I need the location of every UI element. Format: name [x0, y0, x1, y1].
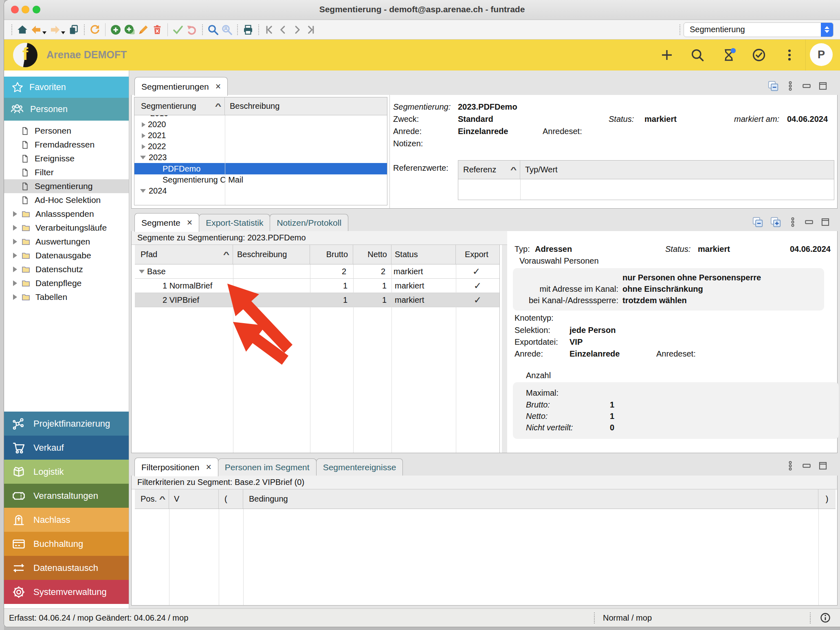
add-global-button[interactable] [660, 48, 674, 62]
zoom-window-button[interactable] [33, 6, 40, 13]
print-button[interactable] [241, 22, 255, 37]
search-button[interactable] [206, 22, 220, 37]
column-v[interactable]: V [169, 489, 219, 509]
minimize-panel-icon[interactable] [804, 217, 814, 227]
expand-triangle-icon[interactable] [142, 144, 145, 149]
edit-button[interactable] [136, 22, 150, 37]
duplicate-window-button[interactable] [67, 22, 81, 37]
column-pfad[interactable]: Pfad^ [135, 245, 233, 264]
tab-segmentierungen[interactable]: Segmentierungen × [134, 77, 228, 96]
minimize-panel-icon[interactable] [801, 81, 812, 91]
forward-button[interactable] [48, 22, 62, 37]
column-close-paren[interactable]: ) [818, 489, 836, 509]
column-open-paren[interactable]: ( [219, 489, 243, 509]
close-tab-icon[interactable]: × [215, 82, 221, 91]
sidebar-module-projektfinanzierung[interactable]: Projektfinanzierung [4, 412, 129, 436]
expand-triangle-icon[interactable] [142, 133, 145, 138]
sidebar-item-filter[interactable]: Filter [4, 165, 129, 179]
sidebar-item-adhoc-selektion[interactable]: Ad-Hoc Selektion [4, 193, 129, 207]
sidebar-folder-datenpflege[interactable]: Datenpflege [4, 276, 129, 290]
column-beschreibung[interactable]: Beschreibung [233, 245, 310, 264]
tab-segmentereignisse[interactable]: Segmentereignisse [316, 458, 403, 476]
tree-row-segmentierung-c-mail[interactable]: Segmentierung C Mail [134, 174, 387, 185]
expand-triangle-icon[interactable] [13, 267, 17, 272]
segment-row-normalbrief[interactable]: 1 NormalBrief 1 1 markiert ✓ [135, 279, 499, 293]
expand-triangle-icon[interactable] [13, 225, 17, 231]
add-copy-button[interactable] [123, 22, 136, 37]
sidebar-item-fremdadressen[interactable]: Fremdadressen [4, 138, 129, 152]
tree-row-pdfdemo-selected[interactable]: PDFDemo [134, 163, 387, 174]
sidebar-item-segmentierung[interactable]: Segmentierung [4, 179, 129, 193]
sidebar-folder-datenausgabe[interactable]: Datenausgabe [4, 249, 129, 262]
expand-panel-icon[interactable] [770, 216, 782, 228]
maximize-panel-icon[interactable] [818, 460, 828, 471]
sidebar-folder-verarbeitungslaeufe[interactable]: Verarbeitungsläufe [4, 221, 129, 235]
collapse-panel-icon[interactable] [767, 80, 779, 92]
back-button[interactable] [29, 22, 43, 37]
sidebar-folder-anlassspenden[interactable]: Anlassspenden [4, 207, 129, 221]
workspace-select[interactable]: Segmentierung [684, 22, 833, 37]
collapse-triangle-icon[interactable] [140, 189, 146, 193]
panel-menu-icon[interactable] [787, 217, 798, 227]
previous-record-button[interactable] [276, 22, 290, 37]
tree-row-2023[interactable]: 2023 [134, 152, 387, 163]
sidebar-module-datenaustausch[interactable]: Datenaustausch [4, 556, 129, 580]
back-history-caret[interactable] [42, 31, 46, 34]
confirm-button[interactable] [171, 22, 185, 37]
tree-row-2021[interactable]: 2021 [134, 130, 387, 141]
minimize-panel-icon[interactable] [801, 460, 812, 471]
sidebar-section-personen[interactable]: Personen [4, 98, 129, 121]
ref-column-referenz[interactable]: Referenz^ [458, 161, 520, 179]
more-options-button[interactable] [782, 48, 797, 62]
tab-personen-im-segment[interactable]: Personen im Segment [218, 458, 317, 476]
close-window-button[interactable] [11, 6, 19, 13]
tree-column-beschreibung[interactable]: Beschreibung [225, 97, 387, 115]
sidebar-item-personen[interactable]: Personen [4, 124, 129, 138]
sidebar-folder-auswertungen[interactable]: Auswertungen [4, 235, 129, 249]
first-record-button[interactable] [262, 22, 276, 37]
sidebar-module-logistik[interactable]: Logistik [4, 460, 129, 484]
sidebar-section-favoriten[interactable]: Favoriten [4, 77, 129, 98]
segment-row-base[interactable]: Base 2 2 markiert ✓ [135, 264, 499, 279]
segment-row-vipbrief-selected[interactable]: 2 VIPBrief 1 1 markiert ✓ [135, 293, 499, 307]
expand-triangle-icon[interactable] [13, 239, 17, 245]
refresh-button[interactable] [88, 22, 102, 37]
panel-menu-icon[interactable] [785, 460, 796, 471]
undo-button[interactable] [185, 22, 199, 37]
column-export[interactable]: Export [456, 245, 499, 264]
forward-history-caret[interactable] [61, 31, 65, 34]
search-person-button[interactable] [220, 22, 234, 37]
expand-triangle-icon[interactable] [13, 294, 17, 300]
expand-triangle-icon[interactable] [142, 122, 145, 127]
tree-row-partial[interactable]: 2019 [134, 115, 387, 119]
home-button[interactable] [15, 22, 29, 37]
next-record-button[interactable] [290, 22, 304, 37]
completed-tasks-button[interactable] [752, 48, 766, 62]
delete-button[interactable] [150, 22, 164, 37]
info-button[interactable] [820, 612, 831, 625]
close-tab-icon[interactable]: × [187, 218, 192, 227]
close-tab-icon[interactable]: × [206, 463, 211, 472]
column-status[interactable]: Status [391, 245, 456, 264]
sidebar-module-veranstaltungen[interactable]: Veranstaltungen [4, 484, 129, 508]
collapse-triangle-icon[interactable] [140, 156, 146, 159]
column-bedingung[interactable]: Bedingung [243, 489, 818, 509]
sidebar-folder-datenschutz[interactable]: Datenschutz [4, 262, 129, 276]
tab-filterpositionen[interactable]: Filterpositionen × [134, 458, 218, 476]
maximize-panel-icon[interactable] [818, 81, 828, 91]
add-button[interactable] [109, 22, 123, 37]
expand-triangle-icon[interactable] [13, 253, 17, 258]
tab-export-statistik[interactable]: Export-Statistik [199, 214, 270, 231]
tab-notizen-protokoll[interactable]: Notizen/Protokoll [270, 214, 348, 231]
expand-triangle-icon[interactable] [13, 211, 17, 217]
panel-splitter[interactable] [502, 245, 508, 453]
sidebar-item-ereignisse[interactable]: Ereignisse [4, 152, 129, 165]
last-record-button[interactable] [304, 22, 318, 37]
minimize-window-button[interactable] [22, 6, 29, 13]
global-search-button[interactable] [690, 48, 705, 62]
select-stepper-icon[interactable] [821, 23, 833, 37]
maximize-panel-icon[interactable] [820, 217, 831, 227]
column-pos[interactable]: Pos.^ [135, 489, 169, 509]
expand-triangle-icon[interactable] [13, 280, 17, 286]
column-netto[interactable]: Netto [353, 245, 391, 264]
